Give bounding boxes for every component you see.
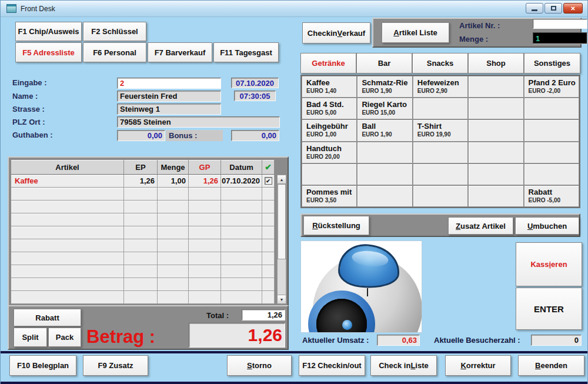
cart-cell-artikel [11, 213, 124, 226]
product-rabatt[interactable]: RabattEURO -5,00 [524, 185, 579, 207]
check-in-liste-button[interactable]: Check in Liste [370, 355, 437, 376]
cart-cell-check [262, 265, 275, 278]
umbuchen-button[interactable]: Umbuchen [515, 217, 579, 235]
total-label: Total : [206, 311, 229, 320]
front-desk-window: Front Desk ✕ F1 Chip/Ausweis F2 Schlüsse… [0, 0, 588, 384]
cart-row-empty [11, 278, 275, 291]
eingabe-input[interactable]: 2 [117, 78, 221, 89]
cart-cell-check [262, 226, 275, 239]
beenden-button[interactable]: Beenden [518, 355, 584, 376]
cart-row[interactable]: Kaffee1,261,001,2607.10.2020✔ [11, 175, 275, 188]
enter-button[interactable]: ENTER [516, 288, 582, 330]
f5-adressliste-button[interactable]: F5 Adressliste [15, 42, 82, 62]
name-label: Name : [12, 92, 38, 101]
artikel-nr-input[interactable] [533, 19, 587, 29]
cart-cell-check [262, 291, 275, 304]
cart-cell-ep [124, 252, 158, 265]
tab-getraenke[interactable]: Getränke [300, 53, 356, 74]
maximize-button[interactable] [544, 3, 562, 14]
product-price: EURO 1,90 [362, 131, 410, 138]
tab-snacks[interactable]: Snacks [412, 53, 468, 74]
titlebar: Front Desk ✕ [1, 1, 587, 17]
rabatt-button[interactable]: Rabatt [14, 309, 81, 326]
eingabe-label: Eingabe : [12, 78, 47, 87]
f9-zusatz-button[interactable]: F9 Zusatz [83, 355, 148, 376]
product-name: Riegel Karto [362, 100, 410, 109]
kassieren-button[interactable]: Kassieren [516, 242, 582, 286]
scroll-down-button[interactable]: ▼ [278, 295, 286, 303]
f7-barverkauf-button[interactable]: F7 Barverkauf [148, 42, 212, 62]
column-header-datum[interactable]: Datum [221, 160, 262, 175]
split-button[interactable]: Split [14, 328, 47, 347]
cart-cell-ep [124, 265, 158, 278]
product-pommes-mit[interactable]: Pommes mitEURO 3,50 [302, 185, 357, 207]
tab-shop[interactable]: Shop [468, 53, 524, 74]
product-hefeweizen[interactable]: HefeweizenEURO 2,90 [413, 76, 468, 98]
product-cell-empty [413, 142, 468, 163]
scroll-up-button[interactable]: ▲ [278, 175, 286, 184]
cart-row-empty [11, 265, 275, 278]
product-bad-4-std-[interactable]: Bad 4 Std.EURO 5,00 [302, 98, 357, 119]
plz-ort-input[interactable]: 79585 Steinen [117, 116, 280, 128]
date-field: 07.10.2020 [231, 78, 279, 88]
product-schmatz-rie[interactable]: Schmatz-RieEURO 1,90 [357, 76, 412, 98]
product-price: EURO 19,90 [417, 131, 466, 138]
cart-row-empty [11, 291, 275, 304]
product-handtuch[interactable]: HandtuchEURO 20,00 [302, 142, 357, 163]
name-input[interactable]: Feuerstein Fred [117, 91, 221, 102]
f6-personal-button[interactable]: F6 Personal [83, 42, 146, 62]
cart-cell-gp [189, 201, 221, 213]
checkin-verkauf-button[interactable]: Checkin Verkauf [302, 22, 370, 44]
column-header-gp[interactable]: GP [189, 160, 221, 175]
f12-checkin-out-button[interactable]: F12 Checkin/out [299, 355, 365, 376]
cart-cell-menge [158, 278, 189, 291]
cart-cell-check [262, 188, 275, 201]
product-pfand-2-euro[interactable]: Pfand 2 EuroEURO -2,00 [524, 76, 579, 98]
column-header-ep[interactable]: EP [124, 160, 158, 175]
f11-tagesgast-button[interactable]: F11 Tagesgast [213, 42, 279, 62]
total-field: 1,26 [242, 309, 285, 320]
strasse-input[interactable]: Steinweg 1 [117, 103, 221, 115]
tab-sonstiges[interactable]: Sonstiges [524, 53, 580, 74]
product-name: Pfand 2 Euro [529, 78, 577, 87]
bonus-label-block: Bonus : [166, 130, 223, 141]
rueckstellung-button[interactable]: Rückstellung [303, 216, 369, 235]
menge-input[interactable]: 1 [533, 32, 587, 44]
product-price: EURO 20,00 [306, 153, 355, 160]
app-icon [6, 4, 16, 13]
cart-cell-menge [158, 252, 189, 265]
row-checkbox[interactable]: ✔ [265, 177, 272, 185]
cart-table: ArtikelEPMengeGPDatum✔Kaffee1,261,001,26… [11, 160, 275, 304]
cart-cell-gp [189, 213, 221, 226]
zusatz-artikel-button[interactable]: Zusatz Artikel [448, 217, 513, 235]
product-image [300, 241, 422, 333]
scrollbar-thumb[interactable] [278, 184, 286, 259]
f2-schluessel-button[interactable]: F2 Schlüssel [83, 22, 146, 41]
product-price: EURO -2,00 [529, 88, 577, 94]
product-riegel-karto[interactable]: Riegel KartoEURO 15,00 [357, 98, 412, 119]
cart-cell-datum [221, 213, 262, 226]
cart-row-empty [11, 252, 275, 265]
artikel-liste-button[interactable]: Artikel Liste [382, 22, 449, 43]
column-header-artikel[interactable]: Artikel [11, 160, 124, 175]
window-title: Front Desk [21, 5, 55, 13]
cart-cell-gp [189, 252, 221, 265]
cart-scrollbar[interactable]: ▲ ▼ [277, 175, 286, 304]
cart-cell-menge [158, 201, 189, 213]
cart-cell-datum [221, 278, 262, 291]
product-leihgebühr[interactable]: LeihgebührEURO 1,00 [302, 119, 357, 141]
tab-bar[interactable]: Bar [356, 53, 412, 74]
pack-button[interactable]: Pack [48, 328, 81, 347]
f10-belegplan-button[interactable]: F10 Belegplan [9, 355, 76, 376]
product-kaffee[interactable]: KaffeeEURO 1,40 [302, 76, 357, 98]
f1-chip-ausweis-button[interactable]: F1 Chip/Ausweis [15, 22, 82, 41]
product-ball[interactable]: BallEURO 1,90 [357, 119, 412, 141]
minimize-button[interactable] [526, 3, 543, 14]
product-t-shirt[interactable]: T-ShirtEURO 19,90 [413, 119, 468, 141]
besucherzahl-field: 0 [531, 335, 582, 346]
column-header-menge[interactable]: Menge [158, 160, 189, 175]
close-button[interactable]: ✕ [563, 3, 583, 14]
storno-button[interactable]: Storno [227, 355, 292, 376]
korrektur-button[interactable]: Korrektur [445, 355, 511, 376]
maximize-icon [551, 6, 556, 11]
